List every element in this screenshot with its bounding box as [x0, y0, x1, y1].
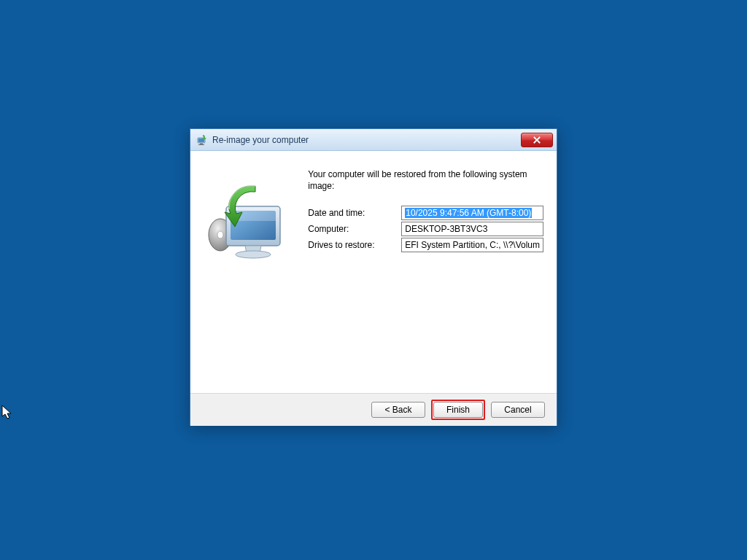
info-pane: Your computer will be restored from the …	[305, 151, 557, 393]
close-button[interactable]	[521, 133, 553, 147]
finish-highlight: Finish	[431, 400, 485, 420]
dialog-content: Your computer will be restored from the …	[190, 151, 557, 393]
app-icon	[196, 134, 208, 146]
reimage-dialog: Re-image your computer	[190, 128, 557, 426]
row-computer: Computer: DESKTOP-3BT3VC3	[308, 221, 543, 237]
row-drives: Drives to restore: EFI System Partition,…	[308, 237, 543, 253]
intro-text: Your computer will be restored from the …	[308, 168, 543, 192]
wizard-graphic-pane	[190, 151, 305, 393]
svg-rect-3	[198, 144, 204, 145]
svg-point-5	[217, 231, 223, 238]
mouse-cursor-icon	[1, 405, 15, 421]
info-table: Date and time: 10/2025 9:47:56 AM (GMT-8…	[308, 205, 543, 253]
label-datetime: Date and time:	[308, 208, 401, 218]
finish-button[interactable]: Finish	[433, 402, 483, 418]
titlebar[interactable]: Re-image your computer	[190, 129, 557, 151]
close-icon	[533, 136, 541, 144]
back-button[interactable]: < Back	[371, 402, 425, 418]
label-drives: Drives to restore:	[308, 240, 401, 250]
value-drives[interactable]: EFI System Partition, C:, \\?\Volum	[401, 238, 543, 252]
svg-rect-2	[200, 143, 203, 144]
svg-point-9	[236, 251, 271, 258]
value-datetime[interactable]: 10/2025 9:47:56 AM (GMT-8:00)	[401, 206, 543, 220]
dialog-title: Re-image your computer	[212, 135, 521, 145]
value-computer[interactable]: DESKTOP-3BT3VC3	[401, 222, 543, 236]
cancel-button[interactable]: Cancel	[491, 402, 545, 418]
row-datetime: Date and time: 10/2025 9:47:56 AM (GMT-8…	[308, 205, 543, 221]
restore-monitor-icon	[204, 180, 292, 268]
label-computer: Computer:	[308, 224, 401, 234]
button-bar: < Back Finish Cancel	[190, 393, 557, 426]
